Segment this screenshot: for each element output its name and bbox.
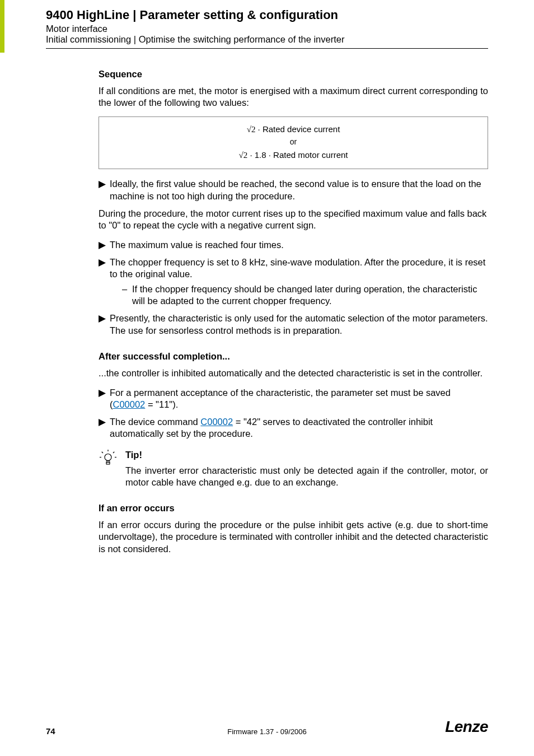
bullet-text-span: The chopper frequency is set to 8 kHz, s… bbox=[110, 257, 485, 279]
bullet: ▶ The device command C00002 = "42" serve… bbox=[99, 416, 488, 440]
footer: 74 Firmware 1.37 - 09/2006 Lenze bbox=[46, 718, 488, 736]
bullet: ▶ Ideally, the first value should be rea… bbox=[99, 178, 488, 202]
triangle-bullet-icon: ▶ bbox=[99, 256, 110, 307]
header-sub2: Initial commissioning | Optimise the swi… bbox=[46, 34, 488, 45]
formula-line-2: √2 · 1.8 · Rated motor current bbox=[99, 148, 488, 162]
bullet-text: For a permanent acceptance of the charac… bbox=[110, 387, 488, 410]
tip-content: Tip! The inverter error characteristic m… bbox=[125, 450, 488, 488]
bullet-text: Ideally, the first value should be reach… bbox=[110, 178, 488, 202]
tip-heading: Tip! bbox=[125, 450, 488, 460]
triangle-bullet-icon: ▶ bbox=[99, 239, 110, 251]
code-link-c00002[interactable]: C00002 bbox=[113, 399, 146, 409]
brand-logo: Lenze bbox=[445, 718, 488, 736]
formula-1-text: · Rated device current bbox=[255, 124, 340, 134]
formula-or: or bbox=[99, 136, 488, 148]
tip-block: Tip! The inverter error characteristic m… bbox=[100, 450, 488, 488]
formula-2-text: · 1.8 · Rated motor current bbox=[247, 150, 348, 160]
code-link-c00002[interactable]: C00002 bbox=[200, 417, 233, 427]
bullet-text: Presently, the characteristic is only us… bbox=[110, 312, 488, 336]
triangle-bullet-icon: ▶ bbox=[99, 178, 110, 202]
formula-box: √2 · Rated device current or √2 · 1.8 · … bbox=[99, 116, 488, 169]
page-number: 74 bbox=[46, 726, 55, 736]
bullet-text: The device command C00002 = "42" serves … bbox=[110, 416, 488, 440]
after-intro: ...the controller is inhibited automatic… bbox=[99, 367, 488, 379]
bullet: ▶ The chopper frequency is set to 8 kHz,… bbox=[99, 256, 488, 307]
page-title: 9400 HighLine | Parameter setting & conf… bbox=[46, 8, 488, 22]
lightbulb-icon bbox=[100, 450, 125, 469]
text-span: = "11"). bbox=[145, 399, 178, 409]
sequence-mid: During the procedure, the motor current … bbox=[99, 208, 488, 231]
bullet-text: The maximum value is reached four times. bbox=[110, 239, 488, 251]
bullet: ▶ Presently, the characteristic is only … bbox=[99, 312, 488, 336]
bullet: ▶ For a permanent acceptance of the char… bbox=[99, 387, 488, 410]
firmware-label: Firmware 1.37 - 09/2006 bbox=[227, 727, 307, 736]
sequence-intro: If all conditions are met, the motor is … bbox=[99, 85, 488, 109]
content-area: Sequence If all conditions are met, the … bbox=[0, 49, 534, 555]
triangle-bullet-icon: ▶ bbox=[99, 387, 110, 410]
triangle-bullet-icon: ▶ bbox=[99, 416, 110, 440]
page-header: 9400 HighLine | Parameter setting & conf… bbox=[0, 0, 534, 45]
error-body: If an error occurs during the procedure … bbox=[99, 519, 488, 554]
after-heading: After successful completion... bbox=[99, 351, 488, 362]
header-sub1: Motor interface bbox=[46, 24, 488, 34]
sequence-heading: Sequence bbox=[99, 69, 488, 80]
svg-line-3 bbox=[113, 452, 114, 453]
dash-bullet-icon: – bbox=[122, 283, 132, 307]
sub-bullet-text: If the chopper frequency should be chang… bbox=[132, 283, 488, 307]
error-heading: If an error occurs bbox=[99, 503, 488, 514]
svg-line-2 bbox=[102, 452, 103, 453]
accent-bar bbox=[0, 0, 4, 53]
svg-point-0 bbox=[105, 454, 111, 461]
formula-line-1: √2 · Rated device current bbox=[99, 123, 488, 136]
sub-bullet: – If the chopper frequency should be cha… bbox=[122, 283, 488, 307]
text-span: The device command bbox=[110, 417, 200, 427]
bullet-text: The chopper frequency is set to 8 kHz, s… bbox=[110, 256, 488, 307]
tip-body: The inverter error characteristic must o… bbox=[125, 465, 488, 488]
bullet: ▶ The maximum value is reached four time… bbox=[99, 239, 488, 251]
triangle-bullet-icon: ▶ bbox=[99, 312, 110, 336]
